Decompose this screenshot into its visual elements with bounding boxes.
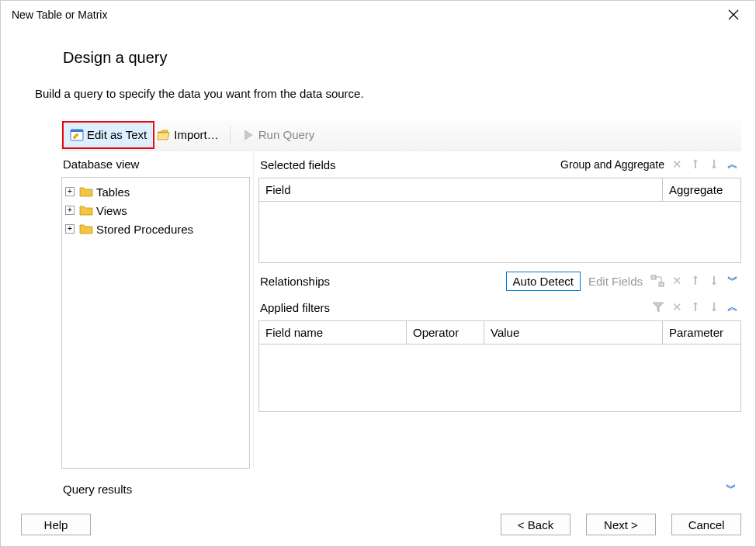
import-label: Import… xyxy=(174,128,219,141)
applied-filters-title: Applied filters xyxy=(258,301,330,314)
edit-as-text-label: Edit as Text xyxy=(87,128,147,141)
relationships-group: Relationships Auto Detect Edit Fields ✕ … xyxy=(258,268,741,294)
col-aggregate[interactable]: Aggregate xyxy=(663,178,740,201)
move-down-icon[interactable]: 🠗 xyxy=(709,158,720,171)
expand-icon[interactable]: + xyxy=(65,206,75,215)
filter-icon[interactable] xyxy=(652,301,664,313)
close-icon xyxy=(728,9,739,20)
delete-icon[interactable]: ✕ xyxy=(672,300,682,314)
database-tree[interactable]: + Tables + Views + Stored Procedu xyxy=(61,177,250,469)
folder-icon xyxy=(79,185,93,199)
cancel-button[interactable]: Cancel xyxy=(671,514,741,535)
tree-node-label: Stored Procedures xyxy=(96,223,193,236)
toolbar-separator xyxy=(230,126,231,144)
col-field-name[interactable]: Field name xyxy=(259,321,407,344)
expand-icon[interactable]: ︾ xyxy=(726,482,737,496)
move-up-icon[interactable]: 🠕 xyxy=(690,301,701,313)
designer-toolbar: Edit as Text Import… Run Query xyxy=(61,119,741,151)
delete-icon[interactable]: ✕ xyxy=(672,158,682,171)
expand-icon[interactable]: ︾ xyxy=(727,274,738,288)
applied-filters-grid-body xyxy=(259,344,740,411)
selected-fields-title: Selected fields xyxy=(258,158,336,171)
next-button[interactable]: Next > xyxy=(586,514,656,535)
titlebar: New Table or Matrix xyxy=(1,1,755,29)
applied-filters-header: Applied filters ✕ 🠕 🠗 ︽ xyxy=(258,294,741,320)
footer: Help < Back Next > Cancel xyxy=(1,503,755,546)
edit-as-text-button[interactable]: Edit as Text xyxy=(64,123,152,147)
query-designer: Edit as Text Import… Run Query D xyxy=(61,119,741,503)
database-view-title: Database view xyxy=(61,151,250,177)
col-operator[interactable]: Operator xyxy=(407,321,484,344)
run-query-button[interactable]: Run Query xyxy=(237,123,320,147)
svg-rect-1 xyxy=(71,130,83,132)
folder-open-icon xyxy=(157,128,171,142)
svg-rect-2 xyxy=(651,275,656,279)
group-and-aggregate-button[interactable]: Group and Aggregate xyxy=(560,158,664,171)
selected-fields-header: Selected fields Group and Aggregate ✕ 🠕 … xyxy=(258,151,741,178)
applied-filters-group: Applied filters ✕ 🠕 🠗 ︽ Field xyxy=(258,294,741,412)
help-button[interactable]: Help xyxy=(21,514,91,535)
applied-filters-grid-head: Field name Operator Value Parameter xyxy=(259,321,740,344)
tree-node-views[interactable]: + Views xyxy=(65,201,246,220)
database-view-pane: Database view + Tables + Views xyxy=(61,151,254,469)
collapse-icon[interactable]: ︽ xyxy=(727,300,738,314)
applied-filters-tools: ✕ 🠕 🠗 ︽ xyxy=(652,300,741,314)
col-parameter[interactable]: Parameter xyxy=(663,321,740,344)
folder-icon xyxy=(79,222,93,236)
expand-icon[interactable]: + xyxy=(65,187,75,196)
move-up-icon[interactable]: 🠕 xyxy=(690,158,701,171)
move-down-icon[interactable]: 🠗 xyxy=(709,301,720,313)
dialog-window: New Table or Matrix Design a query Build… xyxy=(0,0,756,547)
query-results-bar[interactable]: Query results ︾ xyxy=(61,475,741,503)
move-down-icon[interactable]: 🠗 xyxy=(709,275,720,287)
relationships-header: Relationships Auto Detect Edit Fields ✕ … xyxy=(258,268,741,294)
edit-fields-button[interactable]: Edit Fields xyxy=(588,275,643,288)
close-button[interactable] xyxy=(718,3,749,26)
svg-rect-3 xyxy=(659,282,664,286)
body: Design a query Build a query to specify … xyxy=(1,29,755,503)
move-up-icon[interactable]: 🠕 xyxy=(690,275,701,287)
tree-node-tables[interactable]: + Tables xyxy=(65,182,246,201)
tree-node-label: Views xyxy=(96,204,127,217)
col-field[interactable]: Field xyxy=(259,178,663,201)
query-results-title: Query results xyxy=(63,483,132,496)
relationship-icon[interactable] xyxy=(650,274,664,288)
page-subtext: Build a query to specify the data you wa… xyxy=(35,87,741,100)
selected-fields-grid-body xyxy=(259,202,740,262)
auto-detect-button[interactable]: Auto Detect xyxy=(506,272,581,291)
selected-fields-grid-head: Field Aggregate xyxy=(259,178,740,202)
collapse-icon[interactable]: ︽ xyxy=(727,158,738,171)
selected-fields-tools: Group and Aggregate ✕ 🠕 🠗 ︽ xyxy=(560,158,741,171)
window-title: New Table or Matrix xyxy=(12,9,107,21)
back-button[interactable]: < Back xyxy=(501,514,570,535)
next-label: Next > xyxy=(604,518,638,531)
run-query-label: Run Query xyxy=(258,128,315,141)
tree-node-label: Tables xyxy=(96,185,130,199)
relationships-tools: Auto Detect Edit Fields ✕ 🠕 🠗 ︾ xyxy=(506,272,741,291)
back-label: < Back xyxy=(518,518,553,531)
selected-fields-group: Selected fields Group and Aggregate ✕ 🠕 … xyxy=(258,151,741,263)
cancel-label: Cancel xyxy=(688,518,725,531)
right-pane: Selected fields Group and Aggregate ✕ 🠕 … xyxy=(254,151,741,469)
expand-icon[interactable]: + xyxy=(65,224,75,234)
help-label: Help xyxy=(44,518,68,531)
play-icon xyxy=(241,128,255,142)
import-button[interactable]: Import… xyxy=(152,123,224,147)
nav-buttons: < Back Next > Cancel xyxy=(501,514,741,535)
col-value[interactable]: Value xyxy=(484,321,663,344)
tree-node-stored-procedures[interactable]: + Stored Procedures xyxy=(65,220,246,238)
selected-fields-grid[interactable]: Field Aggregate xyxy=(258,178,741,263)
delete-icon[interactable]: ✕ xyxy=(672,274,682,288)
page-heading: Design a query xyxy=(63,49,741,67)
relationships-title: Relationships xyxy=(258,275,330,288)
applied-filters-grid[interactable]: Field name Operator Value Parameter xyxy=(258,320,741,412)
folder-icon xyxy=(79,203,93,217)
panes: Database view + Tables + Views xyxy=(61,151,741,469)
edit-as-text-icon xyxy=(70,128,84,142)
